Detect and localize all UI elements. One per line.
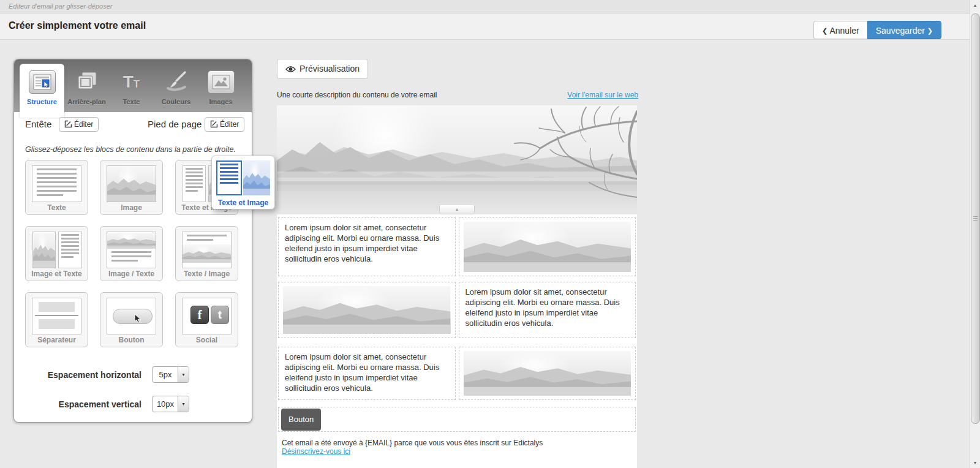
select-value: 5px <box>153 367 178 382</box>
email-footer-text: Cet email a été envoyé à {EMAIL} parce q… <box>282 439 543 447</box>
tab-images[interactable]: Images <box>198 64 243 112</box>
scrollbar[interactable]: ▲ ▼ <box>970 0 980 468</box>
email-header-image[interactable] <box>277 105 637 214</box>
image-block[interactable] <box>459 347 636 400</box>
edit-footer-button[interactable]: Éditer <box>205 117 244 132</box>
drag-instruction: Glissez-déposez les blocs de contenu dan… <box>25 145 236 154</box>
content-row-1: Lorem ipsum dolor sit amet, consectetur … <box>278 217 636 276</box>
preview-description: Une courte description du contenu de vot… <box>277 91 437 99</box>
text-lines-thumb <box>32 165 81 202</box>
drag-ghost-label: Texte et Image <box>212 198 274 207</box>
block-card-bouton[interactable]: Bouton <box>100 292 163 347</box>
button-block[interactable]: Bouton <box>278 407 636 432</box>
tab-colors[interactable]: Couleurs <box>154 64 198 112</box>
collapse-arrow-icon: ▲ <box>455 207 459 211</box>
content-image <box>464 222 631 272</box>
block-label: Image et Texte <box>26 270 88 278</box>
tab-text[interactable]: TT Texte <box>109 64 154 112</box>
scrollbar-up-button[interactable]: ▲ <box>970 0 980 10</box>
tab-structure[interactable]: Structure <box>20 64 64 118</box>
block-label: Texte <box>26 203 88 212</box>
image-thumb <box>32 232 56 268</box>
edit-header-button[interactable]: Éditer <box>59 117 99 132</box>
tab-label: Couleurs <box>154 98 198 105</box>
email-button[interactable]: Bouton <box>281 409 321 431</box>
block-card-texte[interactable]: Texte <box>25 160 88 215</box>
tab-label: Structure <box>20 98 64 105</box>
cancel-button[interactable]: ❮ Annuler <box>813 21 867 39</box>
image-thumb <box>107 165 156 202</box>
block-card-image-et-texte[interactable]: Image et Texte <box>25 226 88 281</box>
tab-label: Texte <box>109 98 154 105</box>
social-thumb: f t <box>182 298 232 334</box>
tab-label: Images <box>198 98 243 105</box>
text-icon: TT <box>123 72 140 92</box>
preview-button[interactable]: Prévisualisation <box>277 59 368 79</box>
email-footer: Cet email a été envoyé à {EMAIL} parce q… <box>282 439 543 456</box>
structure-icon <box>29 70 56 94</box>
chevron-right-icon: ❯ <box>927 27 933 34</box>
text-block[interactable]: Lorem ipsum dolor sit amet, consectetur … <box>278 347 456 400</box>
block-label: Texte / Image <box>176 270 238 278</box>
text-block[interactable]: Lorem ipsum dolor sit amet, consectetur … <box>459 282 636 338</box>
topbar: Editeur d'email par glisser-déposer <box>0 0 980 13</box>
colors-icon <box>165 70 188 94</box>
unsubscribe-link[interactable]: Désinscrivez-vous ici <box>282 447 350 456</box>
separator-thumb <box>32 298 81 334</box>
twitter-icon: t <box>211 306 229 324</box>
text-lines-thumb <box>216 160 242 195</box>
block-card-social[interactable]: f t Social <box>175 292 238 347</box>
edit-icon <box>64 120 72 128</box>
image-block[interactable] <box>459 217 636 276</box>
page-header: Créer simplement votre email ❮ AnnulerSa… <box>0 13 980 40</box>
caret-down-icon[interactable]: ▼ <box>178 367 189 382</box>
button-thumb <box>107 298 156 334</box>
spacing-vertical-label: Espacement vertical <box>25 399 141 409</box>
image-text-stack-thumb <box>107 232 156 268</box>
email-editor-app: Editeur d'email par glisser-déposer Crée… <box>0 0 980 468</box>
block-card-texte-image[interactable]: Texte / Image <box>175 226 238 281</box>
block-label: Séparateur <box>26 336 88 344</box>
tab-background[interactable]: Arrière-plan <box>64 64 109 112</box>
text-lines-thumb <box>183 165 206 202</box>
content-row-2: Lorem ipsum dolor sit amet, consectetur … <box>278 282 636 338</box>
drag-ghost-texte-et-image[interactable]: Texte et Image <box>211 156 275 209</box>
text-block[interactable]: Lorem ipsum dolor sit amet, consectetur … <box>278 217 456 276</box>
spacing-horizontal-select[interactable]: 5px ▼ <box>152 366 189 383</box>
tab-label: Arrière-plan <box>64 98 109 105</box>
content-row-3: Lorem ipsum dolor sit amet, consectetur … <box>278 347 636 400</box>
collapse-handle[interactable]: ▲ <box>439 205 475 214</box>
images-icon <box>208 70 235 94</box>
spacing-horizontal-label: Espacement horizontal <box>25 370 141 380</box>
edit-icon <box>210 120 218 128</box>
scrollbar-thumb[interactable] <box>971 13 980 424</box>
block-card-image-texte[interactable]: Image / Texte <box>100 226 163 281</box>
view-online-link[interactable]: Voir l'email sur le web <box>567 91 638 99</box>
save-button[interactable]: Sauvegarder ❯ <box>867 21 941 39</box>
block-label: Image / Texte <box>100 270 162 278</box>
chevron-left-icon: ❮ <box>822 27 827 34</box>
block-label: Image <box>100 203 162 212</box>
header-section-label: Entête <box>25 119 51 129</box>
block-card-separateur[interactable]: Séparateur <box>25 292 88 347</box>
block-label: Bouton <box>100 336 162 344</box>
page-title: Créer simplement votre email <box>9 20 146 31</box>
eye-icon <box>285 66 296 73</box>
content-image <box>464 351 631 396</box>
cursor-icon <box>134 314 141 324</box>
block-card-image[interactable]: Image <box>100 160 163 215</box>
caret-down-icon[interactable]: ▼ <box>178 396 189 412</box>
text-image-stack-thumb <box>182 232 232 268</box>
spacing-vertical-select[interactable]: 10px ▼ <box>152 396 189 412</box>
image-thumb <box>243 160 270 195</box>
content-image <box>283 286 451 334</box>
block-label: Social <box>176 336 238 344</box>
email-canvas: ▲ Lorem ipsum dolor sit amet, consectetu… <box>277 105 637 468</box>
image-block[interactable] <box>278 282 456 338</box>
footer-section-label: Pied de page <box>148 119 202 129</box>
facebook-icon: f <box>190 306 209 324</box>
background-icon <box>77 71 97 93</box>
text-lines-thumb <box>58 232 82 268</box>
editor-panel: Structure Arrière-plan TT Texte <box>13 59 252 423</box>
scrollbar-down-button[interactable]: ▼ <box>970 458 980 468</box>
